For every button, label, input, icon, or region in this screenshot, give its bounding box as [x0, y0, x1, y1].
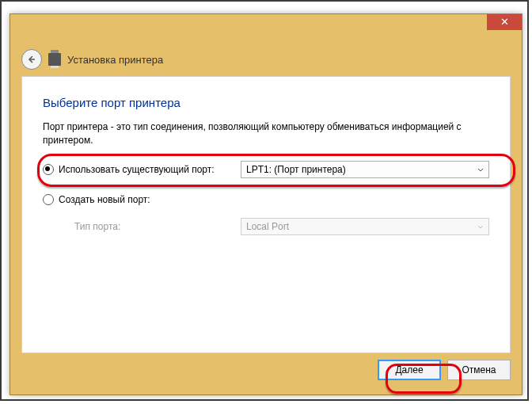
cancel-button-label: Отмена [462, 364, 496, 375]
page-heading: Выберите порт принтера [43, 96, 489, 109]
existing-port-combo[interactable]: LPT1: (Порт принтера) [241, 161, 489, 178]
next-button[interactable]: Далее [378, 360, 441, 380]
radio-new-label: Создать новый порт: [59, 194, 150, 205]
chevron-down-icon [477, 164, 484, 175]
wizard-window: ✕ Установка принтера Выберите порт принт… [10, 13, 522, 395]
printer-icon [48, 53, 61, 66]
wizard-title: Установка принтера [67, 54, 163, 66]
chevron-down-icon [477, 221, 484, 232]
radio-existing-label: Использовать существующий порт: [59, 164, 215, 175]
port-type-row: Тип порта: Local Port [43, 215, 489, 238]
next-button-label: Далее [395, 364, 423, 375]
back-button[interactable] [21, 49, 42, 70]
close-icon: ✕ [500, 16, 509, 28]
existing-port-value: LPT1: (Порт принтера) [246, 164, 346, 175]
radio-existing-port[interactable] [43, 164, 54, 175]
close-button[interactable]: ✕ [487, 14, 522, 30]
port-type-value: Local Port [246, 221, 289, 232]
header-area: Установка принтера [21, 46, 511, 73]
radio-new-port[interactable] [43, 194, 54, 205]
cancel-button[interactable]: Отмена [447, 360, 511, 380]
option-new-row: Создать новый порт: [43, 188, 489, 212]
button-row: Далее Отмена [21, 360, 511, 383]
content-panel: Выберите порт принтера Порт принтера - э… [21, 76, 511, 353]
option-existing-row: Использовать существующий порт: LPT1: (П… [43, 158, 489, 181]
port-type-combo: Local Port [241, 218, 489, 235]
port-type-label: Тип порта: [74, 221, 120, 232]
screenshot-frame: ✕ Установка принтера Выберите порт принт… [0, 0, 529, 401]
back-arrow-icon [27, 55, 36, 64]
titlebar: ✕ [10, 14, 522, 36]
page-description: Порт принтера - это тип соединения, позв… [43, 120, 489, 148]
